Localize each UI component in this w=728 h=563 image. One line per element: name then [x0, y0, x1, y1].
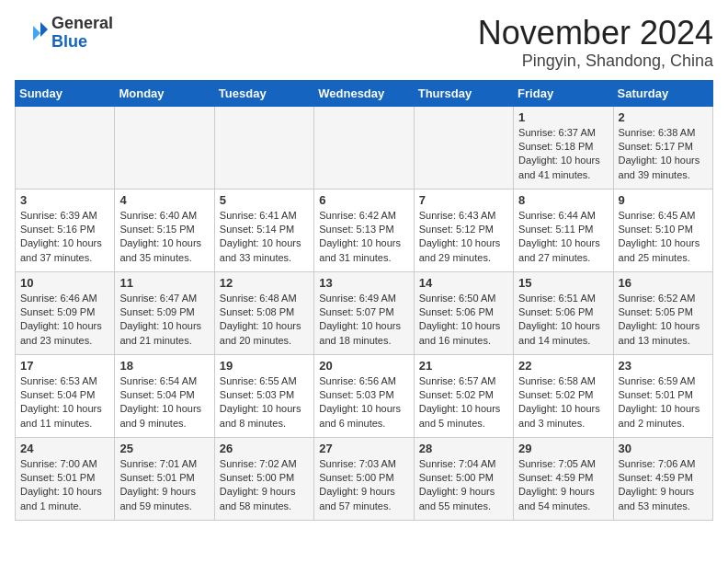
day-number: 20 — [319, 359, 408, 373]
day-info: Sunrise: 6:37 AM — [518, 126, 608, 140]
day-number: 18 — [119, 359, 209, 373]
weekday-header-cell: Tuesday — [214, 80, 313, 106]
day-number: 14 — [419, 276, 508, 290]
day-info: Sunrise: 7:02 AM — [220, 457, 309, 471]
day-info: Sunset: 5:00 PM — [319, 471, 408, 485]
calendar-cell: 13Sunrise: 6:49 AMSunset: 5:07 PMDayligh… — [314, 271, 414, 354]
day-info: Daylight: 10 hours and 37 minutes. — [20, 236, 109, 265]
day-info: Sunrise: 7:05 AM — [518, 457, 608, 471]
day-info: Sunset: 5:01 PM — [119, 471, 209, 485]
day-info: Sunrise: 6:53 AM — [20, 374, 109, 388]
day-info: Sunset: 5:08 PM — [220, 305, 309, 319]
calendar-cell: 22Sunrise: 6:58 AMSunset: 5:02 PMDayligh… — [514, 354, 613, 437]
day-info: Daylight: 10 hours and 31 minutes. — [319, 236, 408, 265]
day-number: 15 — [518, 276, 608, 290]
day-info: Sunrise: 7:00 AM — [20, 457, 109, 471]
day-info: Daylight: 10 hours and 5 minutes. — [419, 402, 508, 431]
day-number: 24 — [20, 442, 109, 455]
calendar-cell: 23Sunrise: 6:59 AMSunset: 5:01 PMDayligh… — [613, 354, 712, 437]
day-info: Daylight: 10 hours and 18 minutes. — [319, 319, 408, 348]
calendar-cell: 12Sunrise: 6:48 AMSunset: 5:08 PMDayligh… — [214, 271, 313, 354]
day-number: 12 — [220, 276, 309, 290]
day-info: Sunrise: 6:51 AM — [518, 292, 608, 305]
day-info: Sunset: 5:01 PM — [20, 471, 109, 485]
calendar-cell: 30Sunrise: 7:06 AMSunset: 4:59 PMDayligh… — [613, 437, 712, 520]
calendar-cell: 1Sunrise: 6:37 AMSunset: 5:18 PMDaylight… — [514, 106, 613, 189]
day-info: Daylight: 10 hours and 29 minutes. — [419, 236, 508, 265]
calendar-cell: 18Sunrise: 6:54 AMSunset: 5:04 PMDayligh… — [115, 354, 214, 437]
day-info: Sunrise: 6:49 AM — [319, 292, 408, 305]
day-info: Daylight: 9 hours and 57 minutes. — [319, 485, 408, 513]
day-info: Sunset: 5:18 PM — [518, 140, 608, 154]
day-info: Daylight: 10 hours and 39 minutes. — [619, 154, 708, 182]
calendar-cell: 16Sunrise: 6:52 AMSunset: 5:05 PMDayligh… — [613, 271, 712, 354]
calendar-cell: 15Sunrise: 6:51 AMSunset: 5:06 PMDayligh… — [514, 271, 613, 354]
day-info: Sunset: 5:04 PM — [119, 388, 209, 402]
weekday-header-row: SundayMondayTuesdayWednesdayThursdayFrid… — [16, 80, 713, 106]
calendar-cell: 21Sunrise: 6:57 AMSunset: 5:02 PMDayligh… — [414, 354, 513, 437]
day-info: Daylight: 9 hours and 58 minutes. — [220, 485, 309, 513]
day-info: Sunset: 5:16 PM — [20, 223, 109, 236]
calendar-cell: 2Sunrise: 6:38 AMSunset: 5:17 PMDaylight… — [613, 106, 712, 189]
day-number: 21 — [419, 359, 508, 373]
day-info: Daylight: 9 hours and 59 minutes. — [119, 485, 209, 513]
day-info: Sunset: 5:15 PM — [119, 223, 209, 236]
day-number: 27 — [319, 442, 408, 455]
calendar-cell: 7Sunrise: 6:43 AMSunset: 5:12 PMDaylight… — [414, 189, 513, 271]
day-number: 8 — [518, 193, 608, 207]
day-info: Daylight: 10 hours and 20 minutes. — [220, 319, 309, 348]
day-info: Sunrise: 6:39 AM — [20, 209, 109, 223]
calendar-week-row: 24Sunrise: 7:00 AMSunset: 5:01 PMDayligh… — [16, 437, 713, 520]
day-info: Sunrise: 6:47 AM — [119, 292, 209, 305]
day-info: Sunset: 5:06 PM — [419, 305, 508, 319]
day-info: Sunrise: 6:42 AM — [319, 209, 408, 223]
day-info: Sunrise: 6:43 AM — [419, 209, 508, 223]
day-number: 29 — [518, 442, 608, 455]
day-info: Sunset: 5:04 PM — [20, 388, 109, 402]
day-info: Daylight: 10 hours and 13 minutes. — [619, 319, 708, 348]
day-info: Sunset: 5:13 PM — [319, 223, 408, 236]
day-info: Daylight: 10 hours and 23 minutes. — [20, 319, 109, 348]
day-number: 9 — [619, 193, 708, 207]
calendar-cell: 26Sunrise: 7:02 AMSunset: 5:00 PMDayligh… — [214, 437, 313, 520]
day-info: Daylight: 9 hours and 55 minutes. — [419, 485, 508, 513]
day-info: Sunset: 5:14 PM — [220, 223, 309, 236]
day-info: Sunrise: 6:46 AM — [20, 292, 109, 305]
day-info: Sunrise: 7:03 AM — [319, 457, 408, 471]
calendar-cell: 27Sunrise: 7:03 AMSunset: 5:00 PMDayligh… — [314, 437, 414, 520]
day-info: Sunrise: 6:41 AM — [220, 209, 309, 223]
title-area: November 2024 Pingyin, Shandong, China — [478, 15, 713, 71]
day-info: Sunrise: 6:48 AM — [220, 292, 309, 305]
day-number: 3 — [20, 193, 109, 207]
calendar-cell: 11Sunrise: 6:47 AMSunset: 5:09 PMDayligh… — [115, 271, 214, 354]
logo-blue: Blue — [51, 32, 87, 51]
day-info: Sunset: 5:01 PM — [619, 388, 708, 402]
calendar-cell — [314, 106, 414, 189]
month-title: November 2024 — [478, 15, 713, 52]
calendar-cell: 6Sunrise: 6:42 AMSunset: 5:13 PMDaylight… — [314, 189, 414, 271]
day-number: 28 — [419, 442, 508, 455]
weekday-header-cell: Wednesday — [314, 80, 414, 106]
weekday-header-cell: Thursday — [414, 80, 513, 106]
calendar-cell: 20Sunrise: 6:56 AMSunset: 5:03 PMDayligh… — [314, 354, 414, 437]
weekday-header-cell: Monday — [115, 80, 214, 106]
day-info: Sunset: 5:02 PM — [419, 388, 508, 402]
day-number: 17 — [20, 359, 109, 373]
calendar-cell: 10Sunrise: 6:46 AMSunset: 5:09 PMDayligh… — [16, 271, 115, 354]
calendar-cell: 24Sunrise: 7:00 AMSunset: 5:01 PMDayligh… — [16, 437, 115, 520]
calendar-cell: 3Sunrise: 6:39 AMSunset: 5:16 PMDaylight… — [16, 189, 115, 271]
day-info: Daylight: 10 hours and 2 minutes. — [619, 402, 708, 431]
day-info: Sunrise: 7:04 AM — [419, 457, 508, 471]
day-info: Sunset: 5:12 PM — [419, 223, 508, 236]
day-info: Sunset: 5:10 PM — [619, 223, 708, 236]
day-number: 26 — [220, 442, 309, 455]
day-number: 1 — [518, 110, 608, 124]
day-info: Sunset: 4:59 PM — [619, 471, 708, 485]
day-number: 16 — [619, 276, 708, 290]
day-info: Sunrise: 6:50 AM — [419, 292, 508, 305]
day-number: 4 — [119, 193, 209, 207]
calendar-cell — [16, 106, 115, 189]
day-info: Sunrise: 6:59 AM — [619, 374, 708, 388]
day-info: Sunrise: 6:38 AM — [619, 126, 708, 140]
weekday-header-cell: Sunday — [16, 80, 115, 106]
